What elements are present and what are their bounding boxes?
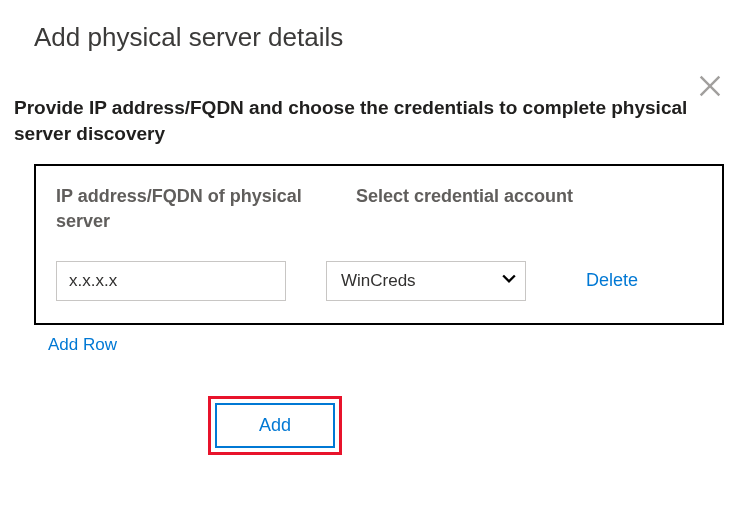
table-row: WinCreds Delete [56,261,702,301]
column-header-ip: IP address/FQDN of physical server [56,184,316,233]
credential-select[interactable]: WinCreds [326,261,526,301]
add-row-link[interactable]: Add Row [48,335,117,355]
credential-select-wrap: WinCreds [326,261,526,301]
column-header-credential: Select credential account [356,184,576,233]
close-icon[interactable] [696,72,724,104]
add-button-highlight: Add [208,396,342,455]
delete-row-link[interactable]: Delete [586,270,638,291]
description-text: Provide IP address/FQDN and choose the c… [0,53,748,146]
server-table: IP address/FQDN of physical server Selec… [34,164,724,325]
page-title: Add physical server details [0,0,748,53]
table-header-row: IP address/FQDN of physical server Selec… [56,184,702,233]
add-button[interactable]: Add [215,403,335,448]
ip-fqdn-input[interactable] [56,261,286,301]
